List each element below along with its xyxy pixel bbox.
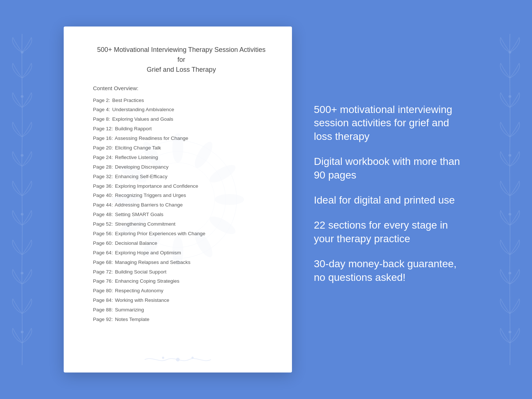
feature-block-4: 22 sections for every stage in your ther… — [314, 219, 469, 246]
toc-entry: Page 24: Reflective Listening — [93, 153, 270, 162]
table-of-contents: Page 2: Best PracticesPage 4: Understand… — [93, 96, 270, 324]
feature-block-2: Digital workbook with more than 90 pages — [314, 155, 469, 182]
toc-title: Understanding Ambivalence — [111, 107, 174, 112]
toc-page-number: Page 68: — [93, 259, 113, 265]
toc-page-number: Page 4: — [93, 107, 110, 112]
toc-page-number: Page 24: — [93, 155, 113, 160]
toc-entry: Page 20: Eliciting Change Talk — [93, 143, 270, 153]
toc-page-number: Page 64: — [93, 250, 113, 255]
toc-title: Managing Relapses and Setbacks — [114, 259, 191, 265]
svg-point-7 — [509, 95, 511, 98]
toc-title: Addressing Barriers to Change — [114, 202, 183, 208]
toc-page-number: Page 52: — [93, 221, 113, 227]
toc-title: Enhancing Coping Strategies — [114, 278, 180, 284]
svg-point-6 — [509, 51, 511, 53]
svg-point-0 — [21, 51, 23, 53]
feature-block-1: 500+ motivational interviewing session a… — [314, 103, 469, 143]
doc-bottom-decoration — [141, 354, 215, 365]
toc-title: Summarizing — [114, 307, 144, 313]
feature-text: Digital workbook with more than 90 pages — [314, 155, 469, 182]
toc-title: Developing Discrepancy — [114, 164, 169, 170]
feature-text: Ideal for digital and printed use — [314, 194, 469, 207]
main-content: 500+ Motivational Interviewing Therapy S… — [45, 27, 487, 372]
feature-text: 30-day money-back guarantee, no question… — [314, 257, 469, 284]
toc-page-number: Page 32: — [93, 174, 113, 179]
svg-point-4 — [21, 272, 23, 274]
toc-page-number: Page 8: — [93, 116, 110, 122]
toc-entry: Page 2: Best Practices — [93, 96, 270, 105]
toc-title: Exploring Importance and Confidence — [114, 183, 198, 189]
toc-title: Working with Resistance — [114, 297, 169, 303]
toc-entry: Page 40: Recognizing Triggers and Urges — [93, 191, 270, 201]
toc-title: Setting SMART Goals — [114, 212, 163, 217]
toc-entry: Page 48: Setting SMART Goals — [93, 210, 270, 220]
toc-title: Recognizing Triggers and Urges — [114, 193, 186, 198]
svg-point-5 — [21, 331, 23, 333]
toc-title: Assessing Readiness for Change — [114, 135, 189, 141]
toc-entry: Page 80: Respecting Autonomy — [93, 286, 270, 296]
toc-entry: Page 92: Notes Template — [93, 315, 270, 324]
svg-point-3 — [21, 213, 23, 215]
toc-page-number: Page 76: — [93, 278, 113, 284]
toc-title: Best Practices — [111, 98, 144, 103]
document-mockup: 500+ Motivational Interviewing Therapy S… — [64, 27, 292, 372]
toc-entry: Page 28: Developing Discrepancy — [93, 162, 270, 172]
toc-page-number: Page 28: — [93, 164, 113, 170]
toc-page-number: Page 36: — [93, 183, 113, 189]
feature-text: 500+ motivational interviewing session a… — [314, 103, 469, 143]
toc-entry: Page 88: Summarizing — [93, 306, 270, 315]
svg-point-9 — [509, 213, 511, 215]
floral-decoration-right — [488, 0, 532, 399]
floral-decoration-left — [0, 0, 44, 399]
right-panel: 500+ motivational interviewing session a… — [314, 103, 469, 296]
toc-title: Reflective Listening — [114, 155, 158, 160]
toc-entry: Page 16: Assessing Readiness for Change — [93, 134, 270, 144]
toc-page-number: Page 44: — [93, 202, 113, 208]
toc-page-number: Page 20: — [93, 145, 113, 151]
toc-page-number: Page 2: — [93, 98, 110, 103]
toc-entry: Page 56: Exploring Prior Experiences wit… — [93, 229, 270, 239]
toc-page-number: Page 84: — [93, 297, 113, 303]
toc-entry: Page 76: Enhancing Coping Strategies — [93, 277, 270, 286]
toc-page-number: Page 88: — [93, 307, 113, 313]
toc-title: Respecting Autonomy — [114, 288, 163, 293]
toc-page-number: Page 56: — [93, 231, 113, 236]
toc-page-number: Page 72: — [93, 269, 113, 275]
svg-point-11 — [509, 331, 511, 333]
feature-block-5: 30-day money-back guarantee, no question… — [314, 257, 469, 284]
toc-page-number: Page 40: — [93, 193, 113, 198]
toc-entry: Page 36: Exploring Importance and Confid… — [93, 181, 270, 191]
toc-entry: Page 12: Building Rapport — [93, 124, 270, 134]
svg-point-29 — [191, 357, 194, 359]
content-overview-label: Content Overview: — [93, 85, 270, 91]
toc-page-number: Page 12: — [93, 126, 113, 131]
toc-title: Eliciting Change Talk — [114, 145, 161, 151]
toc-page-number: Page 48: — [93, 212, 113, 217]
svg-point-1 — [21, 95, 23, 98]
toc-title: Decisional Balance — [114, 240, 158, 246]
svg-point-2 — [21, 154, 23, 156]
toc-title: Building Rapport — [114, 126, 152, 131]
toc-title: Building Social Support — [114, 269, 166, 275]
svg-point-27 — [176, 358, 180, 361]
toc-entry: Page 8: Exploring Values and Goals — [93, 115, 270, 124]
toc-title: Exploring Hope and Optimism — [114, 250, 181, 255]
toc-page-number: Page 80: — [93, 288, 113, 293]
toc-entry: Page 68: Managing Relapses and Setbacks — [93, 258, 270, 267]
toc-title: Enhancing Self-Efficacy — [114, 174, 168, 179]
toc-title: Exploring Prior Experiences with Change — [114, 231, 205, 236]
toc-entry: Page 52: Strengthening Commitment — [93, 220, 270, 229]
feature-text: 22 sections for every stage in your ther… — [314, 219, 469, 246]
svg-point-8 — [509, 154, 511, 156]
toc-entry: Page 32: Enhancing Self-Efficacy — [93, 172, 270, 181]
toc-entry: Page 4: Understanding Ambivalence — [93, 105, 270, 115]
svg-point-28 — [162, 357, 164, 359]
toc-entry: Page 72: Building Social Support — [93, 267, 270, 277]
toc-entry: Page 60: Decisional Balance — [93, 239, 270, 248]
toc-title: Strengthening Commitment — [114, 221, 176, 227]
toc-page-number: Page 92: — [93, 317, 113, 322]
toc-page-number: Page 16: — [93, 135, 113, 141]
toc-page-number: Page 60: — [93, 240, 113, 246]
document-title: 500+ Motivational Interviewing Therapy S… — [93, 45, 270, 75]
svg-point-10 — [509, 272, 511, 274]
